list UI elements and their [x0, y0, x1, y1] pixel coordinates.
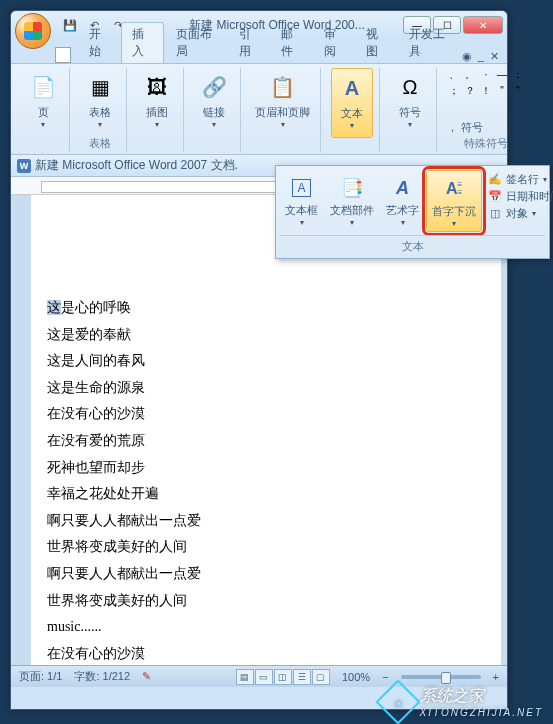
signature-icon: ✍: [488, 173, 502, 187]
headerfooter-button[interactable]: 📋 页眉和页脚 ▾: [251, 68, 314, 138]
chevron-down-icon: ▾: [41, 120, 45, 129]
zoom-in[interactable]: +: [493, 671, 499, 683]
document-line[interactable]: 世界将变成美好的人间: [47, 588, 485, 615]
dropcap-button[interactable]: A≡≡ 首字下沉 ▾: [426, 170, 482, 232]
signature-button[interactable]: ✍ 签名行▾: [488, 172, 553, 187]
statusbar: 页面: 1/1 字数: 1/212 ✎ ▤ ▭ ◫ ☰ ▢ 100% − +: [11, 665, 507, 687]
zoom-slider[interactable]: [401, 675, 481, 679]
chevron-down-icon: ▾: [212, 120, 216, 129]
view-fullscreen[interactable]: ▭: [255, 669, 273, 685]
zoom-level[interactable]: 100%: [342, 671, 370, 683]
picture-button[interactable]: 🖼 插图 ▾: [137, 68, 177, 138]
document-title: 新建 Microsoft Office Word 2007 文档.: [35, 157, 238, 174]
symbol-button[interactable]: Ω 符号 ▾: [390, 68, 430, 138]
docparts-button[interactable]: 📑 文档部件 ▾: [325, 170, 379, 232]
symbol-icon: Ω: [394, 71, 426, 103]
group-page: 📄 页 ▾: [17, 68, 70, 152]
group-links: 🔗 链接 ▾: [188, 68, 241, 152]
document-line[interactable]: music......: [47, 614, 485, 641]
word-doc-icon: W: [17, 159, 31, 173]
document-line[interactable]: 这是心的呼唤: [47, 295, 485, 322]
document-line[interactable]: 死神也望而却步: [47, 455, 485, 482]
group-table: ▦ 表格 ▾ 表格: [74, 68, 127, 152]
save-icon[interactable]: 💾: [61, 16, 79, 34]
group-text: A 文本 ▾: [325, 68, 380, 152]
group-special: 、。·—： ；？！"" ， 符号 特殊符号: [441, 68, 531, 152]
ribbon-body: 📄 页 ▾ ▦ 表格 ▾ 表格 🖼 插图: [11, 63, 507, 155]
tab-layout[interactable]: 页面布局: [166, 23, 227, 63]
chevron-down-icon: ▾: [408, 120, 412, 129]
dropcap-icon: A≡≡: [439, 174, 469, 204]
table-button[interactable]: ▦ 表格 ▾: [80, 68, 120, 135]
wordart-icon: A: [388, 173, 418, 203]
tab-insert[interactable]: 插入: [121, 22, 164, 63]
text-icon: A: [336, 72, 368, 104]
document-line[interactable]: 这是生命的源泉: [47, 375, 485, 402]
view-print-layout[interactable]: ▤: [236, 669, 254, 685]
object-button[interactable]: ◫ 对象▾: [488, 206, 553, 221]
ribbon-minimize-icon[interactable]: _: [478, 50, 484, 63]
tab-mail[interactable]: 邮件: [271, 23, 312, 63]
popup-group-label: 文本: [280, 235, 545, 254]
special-more[interactable]: ， 符号: [447, 120, 483, 135]
tab-start[interactable]: 开始: [79, 23, 120, 63]
view-web[interactable]: ◫: [274, 669, 292, 685]
document-line[interactable]: 啊只要人人都献出一点爱: [47, 508, 485, 535]
office-button[interactable]: [15, 13, 51, 49]
document-line[interactable]: 这是人间的春风: [47, 348, 485, 375]
ribbon-close-icon[interactable]: ✕: [490, 50, 499, 63]
page-button[interactable]: 📄 页 ▾: [23, 68, 63, 138]
headerfooter-icon: 📋: [267, 71, 299, 103]
view-buttons: ▤ ▭ ◫ ☰ ▢: [236, 669, 330, 685]
page-icon: 📄: [27, 71, 59, 103]
document-line[interactable]: 在没有心的沙漠: [47, 401, 485, 428]
view-outline[interactable]: ☰: [293, 669, 311, 685]
ribbon-help-icon[interactable]: ◉: [462, 50, 472, 63]
group-illustrations: 🖼 插图 ▾: [131, 68, 184, 152]
chevron-down-icon: ▾: [281, 120, 285, 129]
textbox-icon: A: [287, 173, 317, 203]
document-content[interactable]: 这是心的呼唤这是爱的奉献这是人间的春风这是生命的源泉在没有心的沙漠在没有爱的荒原…: [31, 195, 501, 665]
status-page[interactable]: 页面: 1/1: [19, 669, 62, 684]
table-icon: ▦: [84, 71, 116, 103]
group-symbol: Ω 符号 ▾: [384, 68, 437, 152]
link-button[interactable]: 🔗 链接 ▾: [194, 68, 234, 138]
text-group-popup: A 文本框 ▾ 📑 文档部件 ▾ A 艺术字 ▾ A≡≡ 首字下沉 ▾ ✍ 签名…: [275, 165, 550, 259]
datetime-button[interactable]: 📅 日期和时间: [488, 189, 553, 204]
tab-references[interactable]: 引用: [229, 23, 270, 63]
textbox-button[interactable]: A 文本框 ▾: [280, 170, 323, 232]
tab-developer[interactable]: 开发工具: [399, 23, 460, 63]
watermark-icon: ⌂: [375, 679, 420, 724]
document-line[interactable]: 啊只要人人都献出一点爱: [47, 561, 485, 588]
chevron-down-icon: ▾: [401, 218, 405, 227]
chevron-down-icon: ▾: [98, 120, 102, 129]
popup-side-items: ✍ 签名行▾ 📅 日期和时间 ◫ 对象▾: [484, 170, 553, 232]
zoom-out[interactable]: −: [382, 671, 388, 683]
word-window: 💾 ↶ ↷ ▾ 新建 Microsoft Office Word 200... …: [10, 10, 508, 710]
datetime-icon: 📅: [488, 190, 502, 204]
document-line[interactable]: 在没有心的沙漠: [47, 641, 485, 665]
view-draft[interactable]: ▢: [312, 669, 330, 685]
watermark: ⌂ 系统之家 XITONGZHIJIA.NET: [382, 686, 544, 718]
document-area[interactable]: 这是心的呼唤这是爱的奉献这是人间的春风这是生命的源泉在没有心的沙漠在没有爱的荒原…: [11, 195, 507, 665]
tab-review[interactable]: 审阅: [314, 23, 355, 63]
picture-icon: 🖼: [141, 71, 173, 103]
group-headerfooter: 📋 页眉和页脚 ▾: [245, 68, 321, 152]
document-line[interactable]: 在没有爱的荒原: [47, 428, 485, 455]
link-icon: 🔗: [198, 71, 230, 103]
document-line[interactable]: 这是爱的奉献: [47, 322, 485, 349]
tab-view[interactable]: 视图: [356, 23, 397, 63]
ribbon-tabs: 开始 插入 页面布局 引用 邮件 审阅 视图 开发工具 ◉ _ ✕: [11, 39, 507, 63]
docparts-icon: 📑: [337, 173, 367, 203]
new-doc-icon[interactable]: [55, 47, 71, 63]
chevron-down-icon: ▾: [155, 120, 159, 129]
chevron-down-icon: ▾: [350, 121, 354, 130]
special-chars-grid[interactable]: 、。·—： ；？！"": [447, 68, 525, 114]
status-words[interactable]: 字数: 1/212: [74, 669, 130, 684]
document-line[interactable]: 世界将变成美好的人间: [47, 534, 485, 561]
text-button[interactable]: A 文本 ▾: [331, 68, 373, 138]
document-line[interactable]: 幸福之花处处开遍: [47, 481, 485, 508]
wordart-button[interactable]: A 艺术字 ▾: [381, 170, 424, 232]
close-button[interactable]: ✕: [463, 16, 503, 34]
chevron-down-icon: ▾: [452, 219, 456, 228]
